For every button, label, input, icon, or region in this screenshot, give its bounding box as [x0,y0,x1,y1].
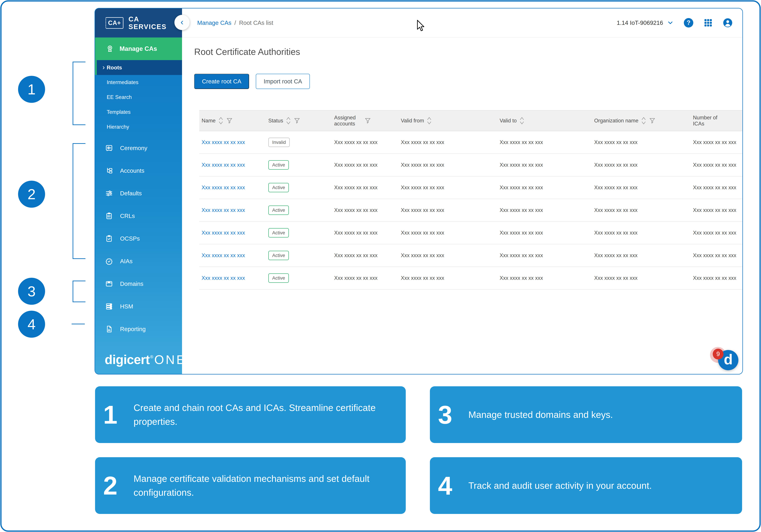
root-ca-name-link[interactable]: Xxx xxxx xx xx xxx [202,185,245,191]
sidebar-collapse-button[interactable]: ‹ [174,15,190,30]
cell-text: Xxx xxxx xx xx xxx [693,139,736,145]
cell-text: Xxx xxxx xx xx xxx [594,139,638,145]
table-row[interactable]: Xxx xxxx xx xx xxxActiveXxx xxxx xx xx x… [199,176,743,199]
cell-number-of-icas: Xxx xxxx xx xx xxx [691,252,739,259]
annotation-marker-2: 2 [18,181,45,208]
cell-number-of-icas: Xxx xxxx xx xx xxx [691,139,739,146]
sidebar-item-reporting[interactable]: Reporting [95,318,182,340]
table-row[interactable]: Xxx xxxx xx xx xxxActiveXxx xxxx xx xx x… [199,267,743,290]
help-icon: ? [684,18,693,28]
mouse-cursor [416,20,425,32]
sort-arrows-icon[interactable] [426,116,432,125]
sidebar-subitem-hierarchy[interactable]: Hierarchy [95,120,182,134]
cell-text: Xxx xxxx xx xx xxx [499,275,543,281]
sidebar-item-aias[interactable]: AIAs [95,250,182,272]
breadcrumb: Manage CAs / Root CAs list [197,20,273,26]
cell-text: Xxx xxxx xx xx xxx [334,275,378,281]
sort-arrows-icon[interactable] [218,116,224,125]
cell-status: Active [266,183,332,192]
import-root-ca-button[interactable]: Import root CA [256,74,310,89]
column-settings-icon[interactable] [739,116,743,125]
root-ca-name-link[interactable]: Xxx xxxx xx xx xxx [202,162,245,168]
sidebar: CA+ CA SERVICES ‹ Manage CAs ›RootsInter… [95,8,182,374]
cell-valid-from: Xxx xxxx xx xx xxx [398,185,497,191]
apps-menu-button[interactable] [703,18,713,28]
filter-funnel-icon[interactable] [649,117,656,124]
report-document-icon [105,325,113,333]
table-row[interactable]: Xxx xxxx xx xx xxxActiveXxx xxxx xx xx x… [199,244,743,267]
column-header-name: Name [199,116,266,125]
create-root-ca-button[interactable]: Create root CA [194,74,249,89]
cell-text: Xxx xxxx xx xx xxx [334,185,378,191]
sidebar-subitem-ee-search[interactable]: EE Search [95,90,182,105]
version-label: 1.14 IoT-9069216 [617,20,663,26]
cell-text: Xxx xxxx xx xx xxx [334,162,378,168]
table-header-row: NameStatusAssigned accountsValid fromVal… [199,110,743,131]
cell-assigned-accounts: Xxx xxxx xx xx xxx [332,185,398,191]
filter-funnel-icon[interactable] [226,117,233,124]
cell-name: Xxx xxxx xx xx xxx [199,162,266,168]
cell-valid-to: Xxx xxxx xx xx xxx [497,139,592,146]
root-ca-name-link[interactable]: Xxx xxxx xx xx xxx [202,275,245,281]
cell-number-of-icas: Xxx xxxx xx xx xxx [691,207,739,213]
main-panel: Manage CAs / Root CAs list 1.14 IoT-9069… [182,8,742,374]
cell-text: Xxx xxxx xx xx xxx [594,185,638,191]
cell-number-of-icas: Xxx xxxx xx xx xxx [691,185,739,191]
column-label: Name [202,118,216,124]
sort-arrows-icon[interactable] [519,116,525,125]
sidebar-subitem-label: EE Search [107,94,132,100]
root-ca-name-link[interactable]: Xxx xxxx xx xx xxx [202,207,245,213]
sliders-icon [105,189,113,198]
table-row[interactable]: Xxx xxxx xx xx xxxActiveXxx xxxx xx xx x… [199,154,743,176]
breadcrumb-current: Root CAs list [239,20,273,26]
account-button[interactable] [723,18,732,28]
status-badge: Active [268,251,289,260]
status-badge: Active [268,228,289,238]
status-badge: Invalid [268,138,290,147]
help-button[interactable]: ? [684,18,693,28]
sidebar-subitem-roots[interactable]: ›Roots [95,60,182,75]
breadcrumb-manage-cas-link[interactable]: Manage CAs [197,20,231,26]
sidebar-item-ocsps[interactable]: OCSPs [95,227,182,250]
callout-number: 2 [103,474,127,497]
cell-text: Xxx xxxx xx xx xxx [594,207,638,213]
cell-text: Xxx xxxx xx xx xxx [693,230,736,236]
sidebar-item-ceremony[interactable]: Ceremony [95,137,182,159]
sidebar-item-hsm[interactable]: HSM [95,295,182,318]
cell-valid-to: Xxx xxxx xx xx xxx [497,252,592,259]
cell-text: Xxx xxxx xx xx xxx [334,139,378,145]
cell-text: Xxx xxxx xx xx xxx [594,252,638,258]
cell-text: Xxx xxxx xx xx xxx [693,207,736,213]
cell-valid-from: Xxx xxxx xx xx xxx [398,207,497,213]
digicert-one-logo: digicert ® ONE [105,352,186,367]
sidebar-item-domains[interactable]: Domains [95,272,182,295]
sidebar-item-defaults[interactable]: Defaults [95,182,182,205]
sidebar-item-label: Ceremony [120,145,147,151]
sidebar-subitem-intermediates[interactable]: Intermediates [95,75,182,90]
sidebar-items: CeremonyAccountsDefaultsCRLsOCSPsAIAsDom… [95,137,182,340]
sort-arrows-icon[interactable] [285,116,291,125]
callout-box-4: 4Track and audit user activity in your a… [430,457,742,514]
version-selector[interactable]: 1.14 IoT-9069216 [617,19,674,26]
table-row[interactable]: Xxx xxxx xx xx xxxActiveXxx xxxx xx xx x… [199,199,743,222]
cell-number-of-icas: Xxx xxxx xx xx xxx [691,230,739,236]
root-ca-name-link[interactable]: Xxx xxxx xx xx xxx [202,139,245,145]
cell-organization-name: Xxx xxxx xx xx xxx [592,139,691,146]
annotation-marker-1: 1 [18,76,45,103]
cell-text: Xxx xxxx xx xx xxx [334,230,378,236]
sidebar-item-manage-cas[interactable]: Manage CAs [95,37,182,60]
sidebar-subitem-label: Roots [107,65,122,71]
sidebar-subitem-templates[interactable]: Templates [95,105,182,120]
sort-arrows-icon[interactable] [641,116,647,125]
sidebar-item-crls[interactable]: CRLs [95,205,182,227]
root-ca-name-link[interactable]: Xxx xxxx xx xx xxx [202,230,245,236]
filter-funnel-icon[interactable] [294,117,300,124]
cell-text: Xxx xxxx xx xx xxx [499,185,543,191]
root-ca-name-link[interactable]: Xxx xxxx xx xx xxx [202,252,245,258]
sidebar-item-accounts[interactable]: Accounts [95,159,182,182]
filter-funnel-icon[interactable] [364,117,371,124]
table-row[interactable]: Xxx xxxx xx xx xxxInvalidXxx xxxx xx xx … [199,131,743,154]
cell-text: Xxx xxxx xx xx xxx [499,207,543,213]
table-row[interactable]: Xxx xxxx xx xx xxxActiveXxx xxxx xx xx x… [199,222,743,244]
cell-valid-to: Xxx xxxx xx xx xxx [497,207,592,213]
